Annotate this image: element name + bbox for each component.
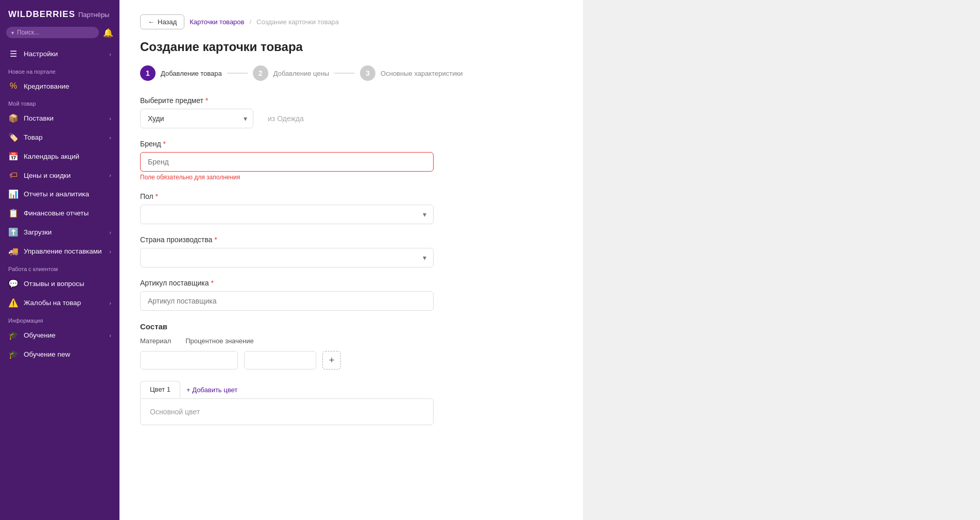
brand-input[interactable]	[140, 152, 434, 172]
sidebar-item-credit[interactable]: % Кредитование	[0, 77, 119, 95]
sidebar-section-info: Информация	[0, 312, 119, 326]
material-col-label: Материал	[140, 337, 171, 345]
brand-label: Бренд *	[140, 140, 562, 148]
product-icon: 🏷️	[8, 132, 19, 142]
country-select[interactable]: Россия Китай Беларусь	[140, 248, 434, 267]
arrow-right-icon: ›	[109, 229, 111, 236]
box-icon: 📦	[8, 113, 19, 123]
sidebar-item-deliveries[interactable]: 📦 Поставки ›	[0, 109, 119, 128]
sidebar-item-supply-mgmt[interactable]: 🚚 Управление поставками ›	[0, 242, 119, 261]
upload-icon: ⬆️	[8, 227, 19, 237]
subject-label: Выберите предмет *	[140, 96, 562, 105]
bell-icon[interactable]: 🔔	[103, 28, 113, 38]
color-section: Цвет 1 + Добавить цвет Основной цвет	[140, 381, 562, 425]
arrow-right-icon: ›	[109, 51, 111, 57]
color-panel: Основной цвет	[140, 398, 434, 425]
back-label: Назад	[158, 18, 177, 26]
step-circle-1: 1	[140, 65, 156, 81]
complaints-icon: ⚠️	[8, 298, 19, 308]
subject-select-wrapper: Худи ▾	[140, 109, 253, 128]
brand-error: Поле обязательно для заполнения	[140, 174, 562, 181]
add-material-button[interactable]: +	[322, 351, 341, 370]
sidebar-item-label: Обучение	[24, 331, 104, 339]
sidebar-search-wrapper[interactable]: ▾	[6, 27, 99, 38]
chart-icon: 📊	[8, 189, 19, 199]
breadcrumb: ← Назад Карточки товаров / Создание карт…	[140, 14, 562, 29]
education-new-icon: 🎓	[8, 349, 19, 359]
sidebar-item-label: Загрузки	[24, 228, 104, 236]
logo-wb: WILDBERRIES	[8, 9, 75, 20]
back-button[interactable]: ← Назад	[140, 14, 184, 29]
add-color-button[interactable]: + Добавить цвет	[180, 382, 244, 398]
category-hint: из Одежда	[268, 114, 304, 123]
sidebar-item-education-new[interactable]: 🎓 Обучение new	[0, 345, 119, 364]
gender-select-wrapper: Мужской Женский Унисекс ▾	[140, 205, 434, 224]
step-label-1: Добавление товара	[161, 70, 222, 77]
article-input[interactable]	[140, 291, 434, 311]
color-tab-1[interactable]: Цвет 1	[140, 381, 180, 398]
sidebar-item-label: Отзывы и вопросы	[24, 280, 111, 288]
material-row: +	[140, 351, 562, 370]
sidebar-item-product[interactable]: 🏷️ Товар ›	[0, 128, 119, 147]
sidebar-item-settings[interactable]: ☰ Настройки ›	[0, 44, 119, 63]
sidebar-search-row: ▾ 🔔	[0, 27, 119, 44]
percent-input[interactable]	[244, 351, 316, 370]
arrow-right-icon: ›	[109, 300, 111, 306]
sidebar-section-new: Новое на портале	[0, 63, 119, 77]
step-1: 1 Добавление товара	[140, 65, 222, 81]
content-area: ← Назад Карточки товаров / Создание карт…	[119, 0, 583, 520]
step-circle-3: 3	[360, 65, 375, 81]
sidebar-item-reports[interactable]: 📊 Отчеты и аналитика	[0, 184, 119, 204]
sostav-section: Состав Материал Процентное значение +	[140, 322, 562, 370]
sidebar-item-promo-calendar[interactable]: 📅 Календарь акций	[0, 147, 119, 166]
sidebar-item-education[interactable]: 🎓 Обучение ›	[0, 326, 119, 345]
gender-label: Пол *	[140, 192, 562, 200]
stepper: 1 Добавление товара 2 Добавление цены 3 …	[140, 65, 562, 81]
sidebar-item-complaints[interactable]: ⚠️ Жалобы на товар ›	[0, 293, 119, 312]
step-line-2	[334, 73, 355, 74]
main-content: ← Назад Карточки товаров / Создание карт…	[119, 0, 980, 520]
sidebar-item-label: Поставки	[24, 114, 104, 122]
subject-section: Выберите предмет * Худи ▾ из Одежда	[140, 96, 562, 128]
sidebar-item-reviews[interactable]: 💬 Отзывы и вопросы	[0, 274, 119, 293]
sidebar-item-prices[interactable]: 🏷 Цены и скидки ›	[0, 166, 119, 184]
country-section: Страна производства * Россия Китай Белар…	[140, 236, 562, 267]
arrow-right-icon: ›	[109, 248, 111, 255]
finance-icon: 📋	[8, 208, 19, 218]
step-line-1	[227, 73, 248, 74]
material-input[interactable]	[140, 351, 238, 370]
sidebar-logo: WILDBERRIES Партнёры	[0, 0, 119, 27]
sidebar-item-label: Жалобы на товар	[24, 299, 104, 307]
price-icon: 🏷	[8, 171, 19, 180]
country-label: Страна производства *	[140, 236, 562, 244]
step-label-2: Добавление цены	[273, 70, 329, 77]
supply-icon: 🚚	[8, 246, 19, 256]
education-icon: 🎓	[8, 330, 19, 340]
article-section: Артикул поставщика *	[140, 279, 562, 311]
sidebar-item-finance[interactable]: 📋 Финансовые отчеты	[0, 204, 119, 223]
reviews-icon: 💬	[8, 279, 19, 289]
sidebar: WILDBERRIES Партнёры ▾ 🔔 ☰ Настройки › Н…	[0, 0, 119, 520]
arrow-left-icon: ←	[148, 18, 154, 26]
arrow-right-icon: ›	[109, 332, 111, 339]
country-select-wrapper: Россия Китай Беларусь ▾	[140, 248, 434, 267]
calendar-icon: 📅	[8, 152, 19, 161]
sidebar-item-uploads[interactable]: ⬆️ Загрузки ›	[0, 223, 119, 242]
step-3: 3 Основные характеристики	[360, 65, 462, 81]
sidebar-section-client: Работа с клиентом	[0, 261, 119, 274]
article-label: Артикул поставщика *	[140, 279, 562, 287]
breadcrumb-separator: /	[249, 18, 251, 26]
sidebar-item-label: Финансовые отчеты	[24, 209, 111, 217]
sidebar-item-label: Управление поставками	[24, 247, 104, 255]
sidebar-section-my-product: Мой товар	[0, 95, 119, 109]
sidebar-item-label: Настройки	[24, 50, 104, 58]
gender-select[interactable]: Мужской Женский Унисекс	[140, 205, 434, 224]
search-input[interactable]	[17, 29, 94, 36]
logo-partners: Партнёры	[78, 11, 109, 19]
color-tabs: Цвет 1 + Добавить цвет	[140, 381, 562, 398]
sidebar-item-label: Кредитование	[24, 82, 111, 90]
breadcrumb-current: Создание карточки товара	[256, 18, 339, 26]
breadcrumb-link-cards[interactable]: Карточки товаров	[190, 18, 244, 26]
sostav-title: Состав	[140, 322, 562, 331]
subject-select[interactable]: Худи	[140, 109, 253, 128]
